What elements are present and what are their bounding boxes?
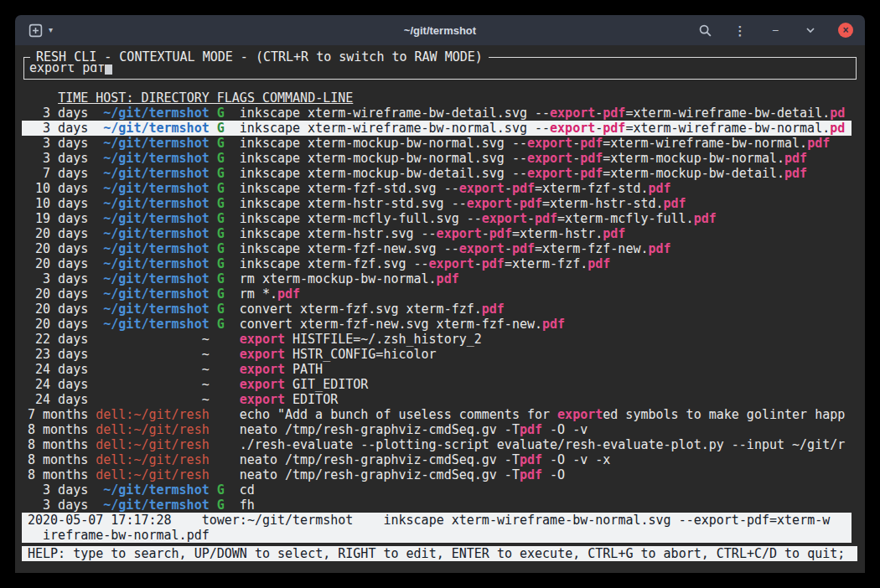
match-highlight: export bbox=[240, 347, 285, 362]
match-highlight: export bbox=[240, 392, 285, 407]
match-highlight: pdf bbox=[603, 121, 625, 136]
history-row[interactable]: 7 days~/git/termshotGinkscape xterm-mock… bbox=[22, 166, 852, 181]
entry-flags bbox=[217, 377, 240, 392]
entry-host: ~/git/termshot bbox=[96, 256, 209, 271]
match-highlight: pdf bbox=[603, 226, 625, 241]
command-text: -O -v -x bbox=[542, 452, 610, 467]
history-row[interactable]: 3 days~/git/termshotGinkscape xterm-mock… bbox=[22, 151, 852, 166]
history-row[interactable]: 3 days~/git/termshotGinkscape xterm-wire… bbox=[22, 106, 852, 121]
history-row[interactable]: 8 monthsdell:~/git/reshneato /tmp/resh-g… bbox=[22, 422, 852, 437]
entry-command: convert xterm-fzf.svg xterm-fzf.pdf bbox=[240, 302, 852, 317]
search-button[interactable] bbox=[697, 23, 712, 38]
match-highlight: pdf bbox=[489, 226, 512, 241]
entry-host: ~/git/termshot bbox=[96, 498, 209, 513]
entry-time: 3 days bbox=[28, 106, 88, 121]
entry-time: 22 days bbox=[28, 332, 88, 347]
new-tab-button[interactable] bbox=[28, 23, 43, 38]
entry-flags bbox=[217, 452, 240, 467]
history-row[interactable]: 20 days~/git/termshotGinkscape xterm-fzf… bbox=[22, 241, 852, 256]
close-button[interactable]: × bbox=[838, 23, 853, 38]
entry-flags: G bbox=[217, 136, 240, 151]
entry-flags bbox=[217, 467, 240, 482]
entry-command: rm *.pdf bbox=[240, 286, 852, 302]
entry-command: inkscape xterm-fzf-new.svg --export-pdf=… bbox=[240, 241, 852, 256]
entry-host: dell:~/git/resh bbox=[96, 407, 209, 422]
entry-command: export PATH bbox=[240, 362, 852, 377]
entry-command: export GIT_EDITOR bbox=[240, 377, 852, 392]
history-row[interactable]: 20 days~/git/termshotGinkscape xterm-fzf… bbox=[22, 256, 852, 271]
command-text: fh bbox=[240, 498, 255, 513]
command-text: neato /tmp/resh-graphviz-cmdSeq.gv -T bbox=[240, 422, 520, 437]
history-row[interactable]: 8 monthsdell:~/git/reshneato /tmp/resh-g… bbox=[22, 452, 852, 467]
history-row[interactable]: 20 days~/git/termshotGinkscape xterm-hst… bbox=[22, 226, 852, 241]
command-text: - bbox=[505, 241, 512, 256]
history-row[interactable]: 3 days~/git/termshotGinkscape xterm-mock… bbox=[22, 136, 852, 151]
titlebar[interactable]: ▾ ~/git/termshot ⋮ − × bbox=[15, 15, 865, 45]
history-row[interactable]: 3 days~/git/termshotGrm xterm-mockup-bw-… bbox=[22, 271, 852, 286]
entry-command: export EDITOR bbox=[240, 392, 852, 407]
tab-dropdown-button[interactable]: ▾ bbox=[49, 26, 53, 34]
entry-time: 3 days bbox=[28, 151, 88, 166]
entry-time: 8 months bbox=[28, 452, 88, 467]
entry-host: dell:~/git/resh bbox=[96, 467, 209, 482]
history-row[interactable]: 24 days~export PATH bbox=[22, 362, 852, 377]
match-highlight: pdf bbox=[648, 181, 670, 196]
command-text: inkscape xterm-mcfly-full.svg -- bbox=[240, 211, 482, 226]
history-row[interactable]: 20 days~/git/termshotGconvert xterm-fzf-… bbox=[22, 317, 852, 332]
history-row[interactable]: 7 monthsdell:~/git/reshecho "Add a bunch… bbox=[22, 407, 852, 422]
entry-flags bbox=[217, 422, 240, 437]
history-rows: 3 days~/git/termshotGinkscape xterm-wire… bbox=[22, 106, 852, 513]
history-row[interactable]: 3 days~/git/termshotGinkscape xterm-wire… bbox=[22, 121, 852, 136]
search-icon bbox=[698, 23, 712, 38]
history-row[interactable]: 19 days~/git/termshotGinkscape xterm-mcf… bbox=[22, 211, 852, 226]
entry-command: inkscape xterm-mockup-bw-normal.svg --ex… bbox=[240, 151, 852, 166]
entry-command: export HISTFILE=~/.zsh_history_2 bbox=[240, 332, 852, 347]
entry-flags: G bbox=[217, 302, 240, 317]
entry-flags bbox=[217, 407, 240, 422]
command-text: - bbox=[595, 106, 603, 121]
command-text: - bbox=[482, 226, 489, 241]
header-columns: TIME HOST: DIRECTORY FLAGS COMMAND-LINE bbox=[58, 90, 353, 106]
command-text: =xterm-mcfly-full. bbox=[557, 211, 694, 226]
help-bar: HELP: type to search, UP/DOWN to select,… bbox=[22, 546, 857, 561]
entry-command: inkscape xterm-wireframe-bw-detail.svg -… bbox=[240, 106, 852, 121]
history-row[interactable]: 8 monthsdell:~/git/reshneato /tmp/resh-g… bbox=[22, 467, 852, 482]
match-highlight: pdf bbox=[482, 256, 505, 271]
command-text: inkscape xterm-hstr-std.svg -- bbox=[240, 196, 467, 211]
terminal-window: ▾ ~/git/termshot ⋮ − × RESH CLI - CONTEX… bbox=[15, 15, 865, 573]
match-highlight: pdf bbox=[482, 302, 505, 317]
history-row[interactable]: 10 days~/git/termshotGinkscape xterm-hst… bbox=[22, 196, 852, 211]
entry-flags: G bbox=[217, 151, 240, 166]
history-row[interactable]: 23 days~export HSTR_CONFIG=hicolor bbox=[22, 347, 852, 362]
history-row[interactable]: 20 days~/git/termshotGconvert xterm-fzf.… bbox=[22, 302, 852, 317]
history-row[interactable]: 24 days~export GIT_EDITOR bbox=[22, 377, 852, 392]
minimize-button[interactable]: − bbox=[768, 23, 783, 38]
command-text: =xterm-hstr. bbox=[512, 226, 603, 241]
menu-button[interactable]: ⋮ bbox=[732, 23, 748, 38]
history-row[interactable]: 3 days~/git/termshotGcd bbox=[22, 482, 852, 498]
history-row[interactable]: 22 days~export HISTFILE=~/.zsh_history_2 bbox=[22, 332, 852, 347]
command-text: echo "Add a bunch of useless comments fo… bbox=[240, 407, 557, 422]
entry-command: inkscape xterm-mockup-bw-detail.svg --ex… bbox=[240, 166, 852, 181]
history-row[interactable]: 8 monthsdell:~/git/resh./resh-evaluate -… bbox=[22, 437, 852, 452]
entry-host: ~ bbox=[96, 392, 209, 407]
entry-host: ~/git/termshot bbox=[96, 211, 209, 226]
entry-time: 7 days bbox=[28, 166, 88, 181]
history-row[interactable]: 10 days~/git/termshotGinkscape xterm-fzf… bbox=[22, 181, 852, 196]
close-icon: × bbox=[842, 25, 848, 35]
entry-time: 20 days bbox=[28, 317, 88, 332]
entry-command: echo "Add a bunch of useless comments fo… bbox=[240, 407, 852, 422]
match-highlight: pd bbox=[830, 121, 845, 136]
entry-host: ~/git/termshot bbox=[96, 151, 209, 166]
restore-button[interactable] bbox=[803, 23, 818, 38]
match-highlight: pdf bbox=[277, 286, 300, 302]
history-row[interactable]: 24 days~export EDITOR bbox=[22, 392, 852, 407]
history-row[interactable]: 3 days~/git/termshotGfh bbox=[22, 498, 852, 513]
command-text: HSTR_CONFIG=hicolor bbox=[285, 347, 437, 362]
command-text: convert xterm-fzf-new.svg xterm-fzf-new. bbox=[240, 317, 542, 332]
command-text: =xterm-mockup-bw-detail. bbox=[603, 166, 784, 181]
entry-flags bbox=[217, 362, 240, 377]
entry-host: dell:~/git/resh bbox=[96, 422, 209, 437]
command-text: inkscape xterm-hstr.svg -- bbox=[240, 226, 437, 241]
history-row[interactable]: 20 days~/git/termshotGrm *.pdf bbox=[22, 286, 852, 302]
